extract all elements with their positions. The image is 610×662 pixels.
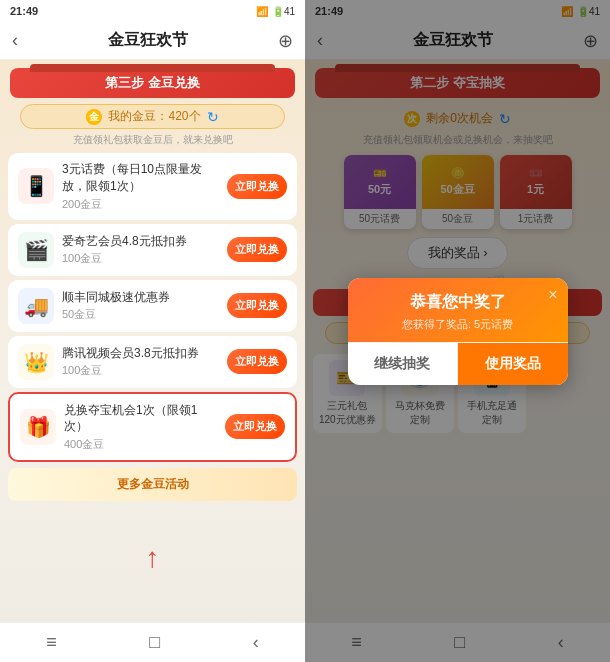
popup-close-btn[interactable]: × xyxy=(548,286,557,304)
reward-icon-1: 📱 xyxy=(18,168,54,204)
reward-cost-5: 400金豆 xyxy=(64,437,217,452)
header-left: ‹ 金豆狂欢节 ⊕ xyxy=(0,22,305,60)
reward-text-1: 3元话费（每日10点限量发放，限领1次） 200金豆 xyxy=(62,161,219,212)
reward-icon-3: 🚚 xyxy=(18,288,54,324)
continue-draw-btn[interactable]: 继续抽奖 xyxy=(348,343,459,385)
reward-text-3: 顺丰同城极速优惠券 50金豆 xyxy=(62,289,219,323)
use-prize-btn[interactable]: 使用奖品 xyxy=(458,343,568,385)
reward-title-4: 腾讯视频会员3.8元抵扣券 xyxy=(62,345,219,362)
reward-cost-3: 50金豆 xyxy=(62,307,219,322)
reward-item-5: 🎁 兑换夺宝机会1次（限领1次） 400金豆 立即兑换 xyxy=(8,392,297,463)
popup-box: 恭喜您中奖了 您获得了奖品: 5元话费 × 继续抽奖 使用奖品 xyxy=(348,278,568,385)
reward-icon-5: 🎁 xyxy=(20,409,56,445)
content-left: 第三步 金豆兑换 金 我的金豆：420个 ↻ 充值领礼包获取金豆后，就来兑换吧 … xyxy=(0,60,305,622)
gold-amount-label: 我的金豆：420个 xyxy=(108,108,200,125)
home-btn-left[interactable]: □ xyxy=(137,628,172,657)
signal-icon: 📶 xyxy=(256,6,268,17)
redeem-btn-3[interactable]: 立即兑换 xyxy=(227,293,287,318)
desc-text-left: 充值领礼包获取金豆后，就来兑换吧 xyxy=(10,133,295,147)
popup-subtitle: 您获得了奖品: 5元话费 xyxy=(360,317,556,332)
status-icons-left: 📶 🔋41 xyxy=(256,6,295,17)
back-btn-left[interactable]: ‹ xyxy=(12,30,18,51)
reward-title-5: 兑换夺宝机会1次（限领1次） xyxy=(64,402,217,436)
share-btn-left[interactable]: ⊕ xyxy=(278,30,293,52)
status-bar-left: 21:49 📶 🔋41 xyxy=(0,0,305,22)
redeem-btn-5[interactable]: 立即兑换 xyxy=(225,414,285,439)
reward-text-2: 爱奇艺会员4.8元抵扣券 100金豆 xyxy=(62,233,219,267)
reward-item-2: 🎬 爱奇艺会员4.8元抵扣券 100金豆 立即兑换 xyxy=(8,224,297,276)
redeem-btn-2[interactable]: 立即兑换 xyxy=(227,237,287,262)
popup-header: 恭喜您中奖了 您获得了奖品: 5元话费 × xyxy=(348,278,568,342)
menu-btn-left[interactable]: ≡ xyxy=(34,628,69,657)
redeem-btn-1[interactable]: 立即兑换 xyxy=(227,174,287,199)
reward-cost-4: 100金豆 xyxy=(62,363,219,378)
battery-icon: 🔋41 xyxy=(272,6,295,17)
more-activities-bar[interactable]: 更多金豆活动 xyxy=(8,468,297,501)
page-title-left: 金豆狂欢节 xyxy=(108,30,188,51)
time-left: 21:49 xyxy=(10,5,38,17)
reward-title-1: 3元话费（每日10点限量发放，限领1次） xyxy=(62,161,219,195)
reward-item-4: 👑 腾讯视频会员3.8元抵扣券 100金豆 立即兑换 xyxy=(8,336,297,388)
popup-buttons: 继续抽奖 使用奖品 xyxy=(348,342,568,385)
refresh-icon-left[interactable]: ↻ xyxy=(207,109,219,125)
reward-item-1: 📱 3元话费（每日10点限量发放，限领1次） 200金豆 立即兑换 xyxy=(8,153,297,220)
right-panel: 21:49 📶 🔋41 ‹ 金豆狂欢节 ⊕ 活动资讯网 www.dir28.co… xyxy=(305,0,610,662)
gold-coin-icon: 金 xyxy=(86,109,102,125)
redeem-btn-4[interactable]: 立即兑换 xyxy=(227,349,287,374)
step3-banner-left: 第三步 金豆兑换 xyxy=(10,68,295,98)
reward-cost-2: 100金豆 xyxy=(62,251,219,266)
reward-text-5: 兑换夺宝机会1次（限领1次） 400金豆 xyxy=(64,402,217,453)
reward-icon-4: 👑 xyxy=(18,344,54,380)
reward-title-2: 爱奇艺会员4.8元抵扣券 xyxy=(62,233,219,250)
back-nav-btn-left[interactable]: ‹ xyxy=(241,628,271,657)
bottom-nav-left: ≡ □ ‹ xyxy=(0,622,305,662)
reward-title-3: 顺丰同城极速优惠券 xyxy=(62,289,219,306)
reward-cost-1: 200金豆 xyxy=(62,197,219,212)
reward-text-4: 腾讯视频会员3.8元抵扣券 100金豆 xyxy=(62,345,219,379)
reward-item-3: 🚚 顺丰同城极速优惠券 50金豆 立即兑换 xyxy=(8,280,297,332)
popup-title: 恭喜您中奖了 xyxy=(360,292,556,313)
arrow-up-icon: ↑ xyxy=(146,542,160,574)
left-panel: 21:49 📶 🔋41 ‹ 金豆狂欢节 ⊕ 第三步 金豆兑换 金 我的金豆：42… xyxy=(0,0,305,662)
reward-icon-2: 🎬 xyxy=(18,232,54,268)
gold-info-bar-left: 金 我的金豆：420个 ↻ xyxy=(20,104,285,129)
popup-overlay: 恭喜您中奖了 您获得了奖品: 5元话费 × 继续抽奖 使用奖品 xyxy=(305,0,610,662)
